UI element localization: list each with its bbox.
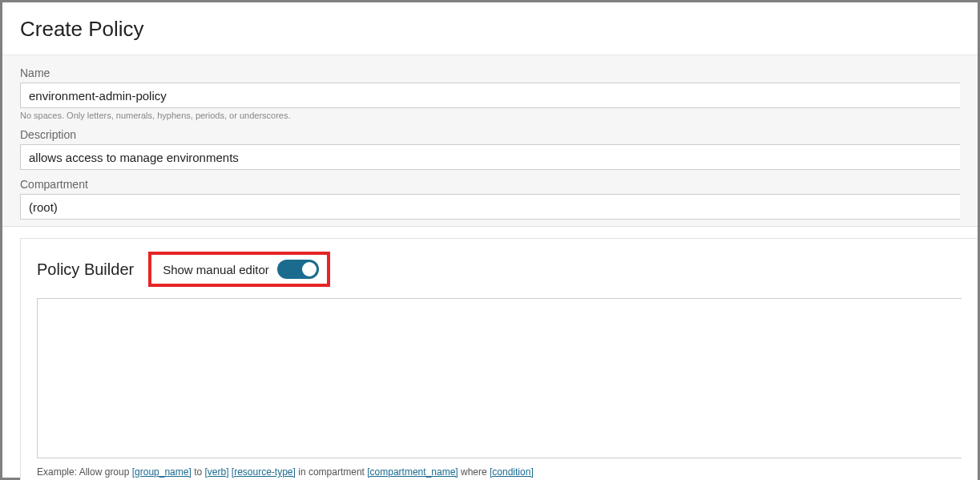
example-prefix: Example: Allow group: [37, 466, 132, 478]
manual-editor-highlight: Show manual editor: [148, 252, 330, 287]
policy-example-line: Example: Allow group [group_name] to [ve…: [37, 466, 962, 478]
example-to: to: [192, 466, 205, 478]
description-input[interactable]: [20, 144, 960, 170]
description-field-group: Description: [2, 128, 978, 178]
example-in: in compartment: [296, 466, 367, 478]
policy-textarea[interactable]: [37, 298, 962, 458]
form-area: Name No spaces. Only letters, numerals, …: [2, 55, 978, 227]
compartment-field-group: Compartment: [2, 178, 978, 226]
example-link-compartment-name[interactable]: [compartment_name]: [367, 466, 458, 478]
name-field-group: Name No spaces. Only letters, numerals, …: [2, 67, 978, 128]
compartment-input[interactable]: [20, 194, 960, 220]
description-label: Description: [20, 128, 960, 141]
name-label: Name: [20, 67, 960, 79]
page-title: Create Policy: [20, 17, 960, 42]
example-link-group-name[interactable]: [group_name]: [132, 466, 192, 478]
toggle-knob: [302, 262, 317, 276]
manual-editor-toggle[interactable]: [277, 260, 319, 279]
page-header: Create Policy: [2, 2, 978, 55]
compartment-label: Compartment: [20, 178, 960, 191]
manual-editor-toggle-label: Show manual editor: [163, 263, 269, 276]
example-link-verb[interactable]: [verb]: [204, 466, 228, 478]
example-link-resource-type[interactable]: [resource-type]: [232, 466, 296, 478]
name-helper: No spaces. Only letters, numerals, hyphe…: [20, 111, 960, 120]
name-input[interactable]: [20, 83, 960, 108]
builder-title: Policy Builder: [37, 260, 134, 279]
example-where: where: [458, 466, 490, 478]
example-link-condition[interactable]: [condition]: [490, 466, 534, 478]
builder-header: Policy Builder Show manual editor: [37, 252, 962, 287]
policy-builder-section: Policy Builder Show manual editor Exampl…: [20, 238, 978, 480]
